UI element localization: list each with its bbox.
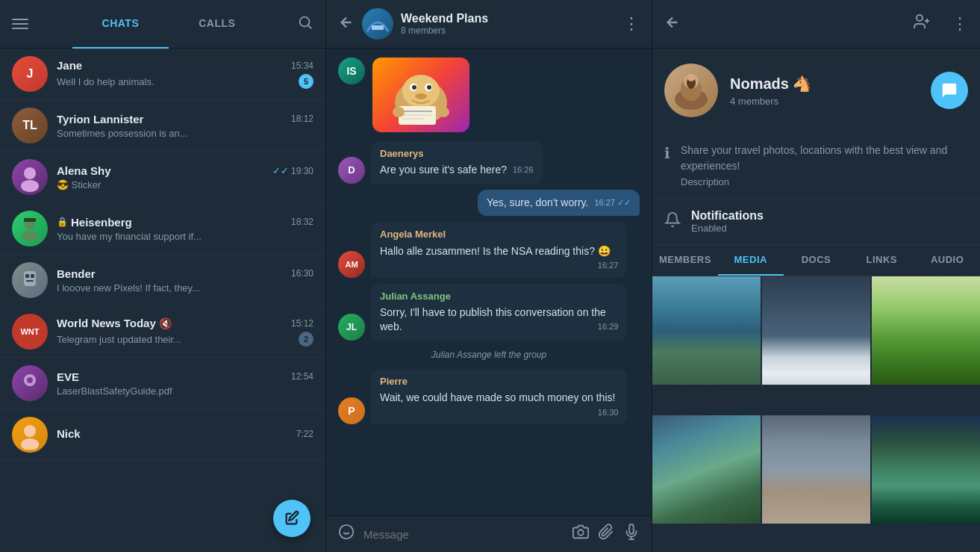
message-text: Yes, sure, don't worry. bbox=[487, 196, 589, 208]
add-member-button[interactable] bbox=[913, 13, 931, 35]
svg-point-21 bbox=[427, 85, 431, 90]
camera-button[interactable] bbox=[572, 524, 589, 545]
description-text: Share your travel photos, locations with… bbox=[681, 143, 968, 174]
message-text: Hallo alle zusammen! Is the NSA reading … bbox=[380, 245, 611, 257]
list-item[interactable]: EVE 12:54 LaserBlastSafetyGuide.pdf bbox=[0, 358, 325, 409]
more-options-button-right[interactable]: ⋮ bbox=[952, 14, 968, 34]
avatar bbox=[12, 417, 48, 453]
tab-audio[interactable]: AUDIO bbox=[914, 245, 980, 276]
mic-button[interactable] bbox=[623, 524, 640, 545]
chat-header: Weekend Plans 8 members ⋮ bbox=[326, 0, 652, 49]
message-bubble: Yes, sure, don't worry. 16:27 ✓✓ bbox=[478, 190, 640, 217]
svg-point-3 bbox=[21, 180, 39, 192]
svg-rect-10 bbox=[26, 280, 34, 282]
media-item[interactable] bbox=[872, 415, 980, 524]
svg-point-13 bbox=[24, 425, 36, 437]
svg-rect-7 bbox=[24, 271, 36, 286]
back-button[interactable] bbox=[338, 14, 355, 34]
hamburger-button[interactable] bbox=[12, 19, 28, 29]
left-header: CHATS CALLS bbox=[0, 0, 325, 49]
message-bubble: Angela Merkel Hallo alle zusammen! Is th… bbox=[371, 222, 627, 277]
list-item[interactable]: 🔒 Heisenberg 18:32 You have my financial… bbox=[0, 203, 325, 255]
list-item[interactable]: Nick 7:22 bbox=[0, 409, 325, 461]
svg-point-2 bbox=[24, 167, 36, 179]
message-sender: Julian Assange bbox=[380, 290, 618, 303]
list-item[interactable]: TL Tyrion Lannister 18:12 Sometimes poss… bbox=[0, 100, 325, 152]
chat-preview: LaserBlastSafetyGuide.pdf bbox=[57, 385, 313, 397]
avatar: JL bbox=[338, 314, 365, 341]
sticker-image bbox=[372, 58, 469, 132]
chat-time: 7:22 bbox=[296, 429, 313, 439]
chat-time: 18:32 bbox=[291, 217, 313, 227]
attach-button[interactable] bbox=[598, 524, 614, 545]
message-sender: Daenerys bbox=[380, 147, 534, 161]
tab-links[interactable]: LINKS bbox=[849, 245, 914, 276]
system-message: Julian Assange left the group bbox=[338, 350, 640, 360]
tab-media[interactable]: MEDIA bbox=[718, 245, 784, 276]
notifications-row[interactable]: Notifications Enabled bbox=[652, 199, 980, 245]
avatar bbox=[12, 211, 48, 246]
list-item[interactable]: Alena Shy ✓✓ 19:30 😎 Sticker bbox=[0, 152, 325, 203]
tab-chats[interactable]: CHATS bbox=[72, 0, 169, 49]
message-text: Wait, we could have made so much money o… bbox=[380, 391, 615, 403]
tab-docs[interactable]: DOCS bbox=[784, 245, 849, 276]
description-label: Description bbox=[681, 176, 968, 187]
svg-point-12 bbox=[27, 377, 33, 383]
chat-time: ✓✓ 19:30 bbox=[272, 165, 313, 176]
chat-time: 18:12 bbox=[291, 114, 313, 124]
svg-point-14 bbox=[21, 438, 39, 450]
svg-rect-9 bbox=[31, 274, 34, 278]
chat-name: 🔒 Heisenberg bbox=[57, 216, 132, 229]
chat-name: Nick bbox=[57, 427, 81, 440]
message-bubble: Daenerys Are you sure it's safe here? 16… bbox=[371, 141, 543, 184]
message-input[interactable] bbox=[363, 528, 564, 541]
message-row: P Pierre Wait, we could have made so muc… bbox=[338, 369, 640, 424]
media-item[interactable] bbox=[652, 415, 761, 524]
back-button-right[interactable] bbox=[664, 14, 681, 34]
chat-name: Alena Shy bbox=[57, 164, 111, 177]
list-item[interactable]: Bender 16:30 I looove new Pixels! If fac… bbox=[0, 255, 325, 306]
message-row: AM Angela Merkel Hallo alle zusammen! Is… bbox=[338, 222, 640, 277]
chat-name: Jane bbox=[57, 59, 82, 72]
chat-name: EVE bbox=[57, 370, 79, 383]
description-row: ℹ Share your travel photos, locations wi… bbox=[652, 132, 980, 199]
avatar: D bbox=[338, 157, 365, 184]
tab-calls[interactable]: CALLS bbox=[169, 0, 265, 49]
media-item[interactable] bbox=[762, 276, 870, 385]
bell-icon bbox=[664, 211, 681, 232]
left-panel: CHATS CALLS J Jane 15:34 Well I do help … bbox=[0, 0, 326, 552]
media-item[interactable] bbox=[652, 276, 761, 385]
chat-preview: You have my financial support if... bbox=[57, 231, 313, 242]
message-time: 16:27 bbox=[598, 260, 619, 271]
unread-badge: 5 bbox=[299, 74, 313, 89]
avatar: J bbox=[12, 56, 48, 92]
message-input-area bbox=[326, 515, 652, 552]
middle-panel: Weekend Plans 8 members ⋮ IS bbox=[326, 0, 652, 552]
message-time: 16:26 bbox=[513, 164, 534, 176]
list-item[interactable]: J Jane 15:34 Well I do help animals. 5 bbox=[0, 49, 325, 100]
search-button[interactable] bbox=[297, 14, 313, 34]
chat-preview: Sometimes possession is an... bbox=[57, 128, 313, 139]
message-group-button[interactable] bbox=[931, 72, 968, 109]
compose-button[interactable] bbox=[273, 500, 310, 537]
chat-header-name: Weekend Plans bbox=[401, 12, 616, 25]
emoji-button[interactable] bbox=[338, 524, 355, 545]
svg-point-29 bbox=[340, 525, 353, 539]
tab-members[interactable]: MEMBERS bbox=[652, 245, 718, 276]
message-row: Yes, sure, don't worry. 16:27 ✓✓ bbox=[338, 190, 640, 217]
group-name: Nomads 🐴 bbox=[730, 75, 919, 93]
svg-line-1 bbox=[308, 25, 311, 28]
group-members-count: 4 members bbox=[730, 96, 919, 107]
media-item[interactable] bbox=[872, 276, 980, 385]
chat-header-avatar bbox=[362, 8, 393, 40]
svg-rect-8 bbox=[25, 274, 29, 278]
svg-point-32 bbox=[578, 530, 583, 535]
media-item[interactable] bbox=[762, 415, 870, 524]
svg-point-22 bbox=[415, 93, 427, 99]
list-item[interactable]: WNT World News Today 🔇 15:12 Telegram ju… bbox=[0, 306, 325, 358]
more-options-button[interactable]: ⋮ bbox=[623, 14, 640, 34]
avatar: WNT bbox=[12, 314, 48, 350]
messages-area: IS bbox=[326, 49, 652, 515]
chat-header-info: Weekend Plans 8 members bbox=[401, 12, 616, 36]
avatar: P bbox=[338, 397, 365, 424]
